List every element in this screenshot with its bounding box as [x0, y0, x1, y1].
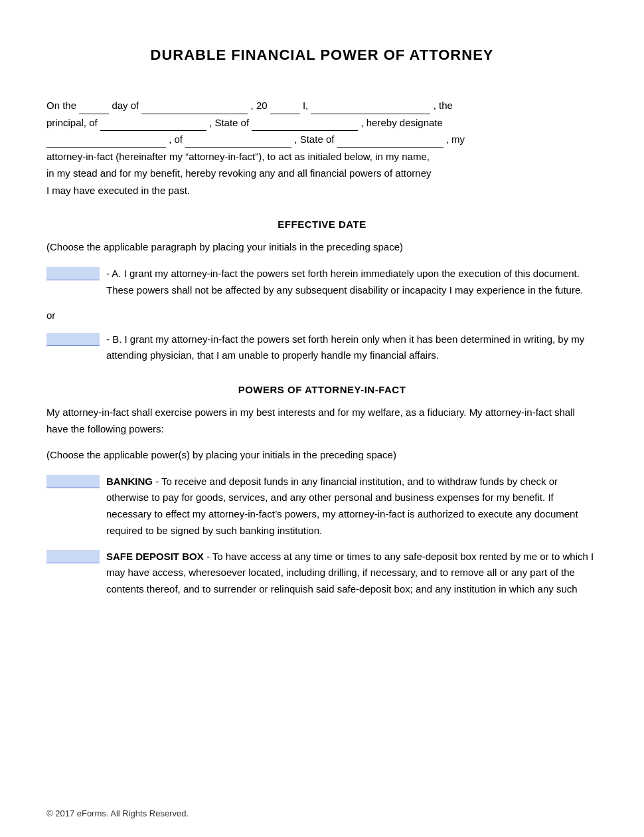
powers-intro: My attorney-in-fact shall exercise power… — [46, 405, 598, 438]
i-label: I, — [303, 100, 311, 111]
safe-deposit-block: SAFE DEPOSIT BOX - To have access at any… — [46, 549, 598, 598]
intro-line6: I may have executed in the past. — [46, 185, 190, 196]
my-label: , my — [446, 134, 465, 145]
powers-choose-note: (Choose the applicable power(s) by placi… — [46, 447, 598, 463]
day-of-label: day of — [112, 100, 141, 111]
option-a-block: - A. I grant my attorney-in-fact the pow… — [46, 266, 598, 299]
document-title: DURABLE FINANCIAL POWER OF ATTORNEY — [46, 46, 598, 64]
intro-line5: in my stead and for my benefit, hereby r… — [46, 167, 432, 179]
state-of-label: , State of — [209, 117, 252, 128]
principal-of-label: principal, of — [46, 117, 100, 128]
year-field[interactable] — [270, 102, 300, 114]
option-a-text: - A. I grant my attorney-in-fact the pow… — [106, 266, 598, 299]
principal-state-field[interactable] — [252, 119, 358, 131]
banking-initials-field[interactable] — [46, 475, 100, 488]
option-b-block: - B. I grant my attorney-in-fact the pow… — [46, 331, 598, 365]
copyright-text: © 2017 eForms. All Rights Reserved. — [46, 808, 189, 818]
attorney-state-field[interactable] — [337, 136, 443, 148]
banking-block: BANKING - To receive and deposit funds i… — [46, 474, 598, 539]
attorney-address-field[interactable] — [185, 136, 291, 148]
attorney-name-field[interactable] — [46, 136, 166, 148]
powers-heading: POWERS OF ATTORNEY-IN-FACT — [46, 384, 598, 395]
footer: © 2017 eForms. All Rights Reserved. — [46, 808, 189, 818]
effective-date-choose-note: (Choose the applicable paragraph by plac… — [46, 239, 598, 255]
hereby-label: , hereby designate — [361, 117, 442, 128]
option-b-text: - B. I grant my attorney-in-fact the pow… — [106, 331, 598, 365]
banking-text: BANKING - To receive and deposit funds i… — [106, 474, 598, 539]
the-label: , the — [434, 100, 453, 111]
principal-name-field[interactable] — [311, 102, 430, 114]
principal-address-field[interactable] — [100, 119, 206, 131]
banking-label: BANKING — [106, 476, 153, 487]
option-b-initials-field[interactable] — [46, 333, 100, 346]
banking-body: - To receive and deposit funds in any fi… — [106, 476, 578, 536]
year-pre-label: , 20 — [251, 100, 268, 111]
month-field[interactable] — [141, 102, 248, 114]
safe-deposit-text: SAFE DEPOSIT BOX - To have access at any… — [106, 549, 598, 598]
day-field[interactable] — [79, 102, 109, 114]
effective-date-heading: EFFECTIVE DATE — [46, 219, 598, 230]
intro-line4: attorney-in-fact (hereinafter my “attorn… — [46, 151, 430, 162]
intro-block: On the day of , 20 I, , the principal, o… — [46, 97, 598, 199]
option-a-initials-field[interactable] — [46, 267, 100, 280]
safe-deposit-label: SAFE DEPOSIT BOX — [106, 551, 204, 562]
document-page: DURABLE FINANCIAL POWER OF ATTORNEY On t… — [0, 0, 644, 837]
or-separator: or — [46, 310, 598, 321]
state-of2-label: , State of — [294, 134, 337, 145]
safe-deposit-initials-field[interactable] — [46, 550, 100, 563]
of-label: , of — [169, 134, 185, 145]
on-the-label: On the — [46, 100, 76, 111]
